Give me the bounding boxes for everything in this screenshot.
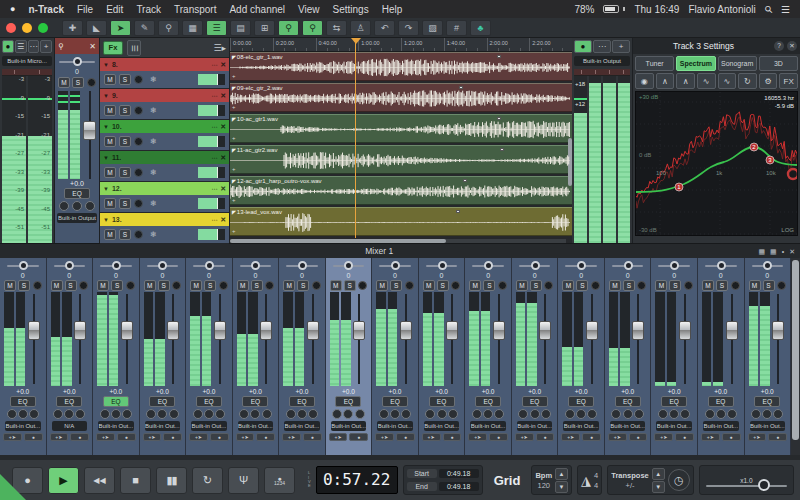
pointer-tool[interactable]: ➤	[110, 20, 131, 36]
output-more-button[interactable]: ⋯	[593, 40, 611, 53]
sig-upper[interactable]: 4	[594, 471, 598, 480]
menubar-user[interactable]: Flavio Antonioli	[688, 4, 755, 15]
mixer-channel[interactable]: 0 M S +0.0 EQ Built-in Out... +➤ ●	[93, 258, 140, 455]
loop-button[interactable]: ↻	[192, 467, 223, 494]
record-arm-knob[interactable]	[33, 281, 42, 290]
freeze-icon[interactable]: ❄	[150, 75, 157, 84]
mute-button[interactable]: M	[702, 280, 714, 291]
keys-tool[interactable]: #	[446, 20, 467, 36]
track-mute-button[interactable]: M	[104, 136, 116, 147]
move-tool[interactable]: ✚	[62, 20, 83, 36]
output-selector[interactable]: Built-in Out...	[750, 421, 786, 431]
input-list-button[interactable]: ☰	[15, 40, 27, 53]
volume-fader[interactable]	[586, 321, 598, 340]
mixer-channel[interactable]: 0 M S +0.0 EQ Built-in Out... +➤ ●	[465, 258, 512, 455]
output-selector[interactable]: Built-in Out...	[284, 421, 320, 431]
aux-knob-1[interactable]	[705, 409, 715, 419]
fade-tool[interactable]: ◣	[86, 20, 107, 36]
redo[interactable]: ↷	[398, 20, 419, 36]
aux-knob-2[interactable]	[18, 409, 28, 419]
mute-button[interactable]: M	[237, 280, 249, 291]
aux-knob-3[interactable]	[448, 409, 458, 419]
track-record-knob[interactable]	[134, 106, 143, 115]
output-selector[interactable]: Built-in Out...	[424, 421, 460, 431]
channel-rec-button[interactable]: ●	[210, 433, 229, 441]
pan-slider[interactable]	[100, 260, 132, 272]
aux-knob-1[interactable]	[146, 409, 156, 419]
eye-icon[interactable]: ◉	[635, 73, 654, 89]
mixer-channel[interactable]: 0 M S +0.0 EQ Built-in Out... +➤ ●	[558, 258, 605, 455]
track-io-icon[interactable]: ⋯	[211, 92, 217, 99]
clip-handle-icon[interactable]: +	[232, 73, 236, 79]
bpm-value[interactable]: 120	[537, 481, 550, 490]
band-up-icon[interactable]: ∧	[656, 73, 675, 89]
aux-knob-1[interactable]	[472, 409, 482, 419]
master-record-knob[interactable]	[87, 78, 96, 87]
aux-knob-1[interactable]	[239, 409, 249, 419]
end-value[interactable]: 0:49.18	[439, 482, 479, 491]
record-arm-knob[interactable]	[591, 281, 600, 290]
media-panel-toggle[interactable]: ▤	[230, 20, 251, 36]
mixer-channel[interactable]: 0 M S +0.0 EQ Built-in Out... +➤ ●	[0, 258, 47, 455]
pan-slider[interactable]	[333, 260, 365, 272]
menu-item-track[interactable]: Track	[136, 4, 161, 15]
record-arm-knob[interactable]	[172, 281, 181, 290]
close-track-icon[interactable]: ✕	[220, 92, 226, 100]
pan-slider[interactable]	[286, 260, 318, 272]
master-pan-slider[interactable]	[59, 56, 95, 68]
solo-button[interactable]: S	[483, 280, 495, 291]
eq-button[interactable]: EQ	[382, 396, 408, 407]
channel-rec-button[interactable]: ●	[629, 433, 648, 441]
zoom-window-button[interactable]	[38, 23, 48, 33]
input-device-label[interactable]: Built-in Micro...	[2, 56, 52, 66]
mute-button[interactable]: M	[423, 280, 435, 291]
pan-slider[interactable]	[705, 260, 737, 272]
aux-knob-2[interactable]	[64, 409, 74, 419]
output-selector[interactable]: Built-in Out...	[517, 421, 553, 431]
freeze-icon[interactable]: ❄	[150, 168, 157, 177]
pan-slider[interactable]	[54, 260, 86, 272]
transpose-down-button[interactable]: ▼	[652, 481, 665, 493]
close-window-button[interactable]	[6, 23, 16, 33]
menu-item-settings[interactable]: Settings	[333, 4, 369, 15]
volume-fader[interactable]	[772, 321, 784, 340]
add-send-button[interactable]: +➤	[375, 433, 394, 441]
add-send-button[interactable]: +➤	[701, 433, 720, 441]
eq-button[interactable]: EQ	[568, 396, 594, 407]
mixer-scrollbar[interactable]	[791, 258, 800, 455]
spectrum-display[interactable]: +30 dB 16055.3 hz-5.9 dB 0 dB -30 dB LOG…	[635, 91, 798, 236]
sig-lower[interactable]: 4	[594, 481, 598, 490]
clip-handle-icon[interactable]: +	[232, 228, 236, 234]
rewind-button[interactable]: ◀◀	[84, 467, 115, 494]
solo-button[interactable]: S	[158, 280, 170, 291]
output-selector[interactable]: Built-in Out...	[470, 421, 506, 431]
collapse-triangle-icon[interactable]: ▼	[103, 124, 109, 130]
channel-rec-button[interactable]: ●	[24, 433, 43, 441]
volume-fader[interactable]	[400, 321, 412, 340]
output-selector[interactable]: Built-in Out...	[145, 421, 181, 431]
mute-button[interactable]: M	[190, 280, 202, 291]
aux-knob-2[interactable]	[576, 409, 586, 419]
volume-fader[interactable]	[260, 321, 272, 340]
output-selector[interactable]: Built-in Out...	[238, 421, 274, 431]
mute-button[interactable]: M	[516, 280, 528, 291]
mixer-channel[interactable]: 0 M S +0.0 EQ Built-in Out... +➤ ●	[512, 258, 559, 455]
eq-button[interactable]: EQ	[149, 396, 175, 407]
add-send-button[interactable]: +➤	[422, 433, 441, 441]
fader-view-button[interactable]: ☰	[127, 40, 141, 56]
aux-knob-3[interactable]	[634, 409, 644, 419]
metronome-icon[interactable]: ◮	[581, 473, 591, 488]
master-solo-button[interactable]: S	[72, 77, 84, 88]
track-mute-button[interactable]: M	[104, 74, 116, 85]
menu-item-add-channel[interactable]: Add channel	[229, 4, 285, 15]
add-send-button[interactable]: +➤	[50, 433, 69, 441]
record-arm-knob[interactable]	[79, 281, 88, 290]
track-row[interactable]: ▼ 10. ⋯ ✕ M S ❄	[100, 120, 229, 151]
count-in-button[interactable]: ●1234	[264, 467, 295, 494]
aux-knob-2[interactable]	[204, 409, 214, 419]
aux-knob-1[interactable]	[379, 409, 389, 419]
aux-knob-1[interactable]	[53, 409, 63, 419]
close-icon[interactable]: ✕	[787, 41, 797, 51]
output-selector[interactable]: Built-in Out...	[191, 421, 227, 431]
eq-button[interactable]: EQ	[56, 396, 82, 407]
